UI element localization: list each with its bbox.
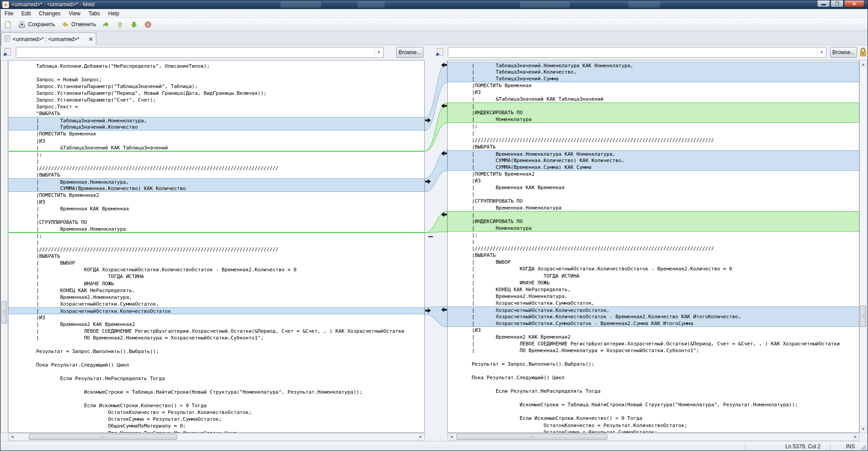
code-line: | Временная2 КАК Временная2 [9,321,424,328]
code-line: ОстатокСумма = Результат.СуммаОстаток; [448,429,859,433]
left-horizontal-scrollbar[interactable]: ◄ ► [8,433,425,441]
save-label: Сохранить [28,21,55,28]
scroll-right-arrow-icon[interactable]: ► [852,433,859,440]
code-line: Таблица.Колонки.Добавить("НеРаспределять… [9,63,424,70]
code-line: | ХозрасчетныйОстатки.СуммаОстаток, [448,300,859,307]
menu-changes[interactable]: Changes [35,9,65,18]
stop-button[interactable] [141,19,155,30]
code-line: | ТОГДА ИСТИНА [9,273,424,280]
code-line: ИскомыеСтроки = Таблица.НайтиСтроки(Новы… [9,389,424,395]
code-line: Пока Результат.Следующий() Цикл [9,362,424,368]
code-line: | [9,158,424,165]
code-line: | Номенклатура [448,225,859,232]
left-browse-button[interactable]: Browse... [396,47,423,58]
code-line: | ХозрасчетныйОстатки.КоличествоОстаток, [448,307,859,313]
tabstrip: <unnamed>* : <unnamed>* ✕ [0,31,868,45]
code-line: | ПО Временная2.Номенклатура = Хозрасчет… [448,347,859,354]
code-line: | ТаблицаЗначений.Количество [9,124,424,130]
scroll-left-arrow-icon[interactable]: ◄ [448,433,455,440]
code-line: | Временная2 КАК Временная2 [448,334,859,340]
right-vertical-scrollbar[interactable]: ▲ ▼ [859,60,867,433]
code-line: Запрос.УстановитьПараметр("Период", Новы… [9,90,424,97]
code-line: |СГРУППИРОВАТЬ ПО [448,198,859,205]
code-line: | ЛЕВОЕ СОЕДИНЕНИЕ РегистрБухгалтерии.Хо… [448,340,859,347]
code-line: |ВЫБРАТЬ [448,144,859,150]
code-line: | СУММА(Временная.Количество) КАК Количе… [9,185,424,192]
code-line: | СУММА(Временная.Сумма) КАК Сумма [448,164,859,171]
code-line [9,355,424,362]
toolbar: Сохранить Отменить [0,18,868,31]
menu-tabs[interactable]: Tabs [84,9,104,18]
new-comparison-button[interactable] [1,19,14,30]
right-save-file-icon[interactable] [435,47,446,58]
code-line: |ИЗ [448,327,859,334]
code-line [9,341,424,348]
next-change-button[interactable] [127,19,141,30]
code-line: | [448,238,859,245]
right-code-pane[interactable]: "ВЫБРАТЬ| ТаблицаЗначений.Номенклатура К… [447,60,859,433]
insert-mode-status: INS [846,443,855,450]
diff-gutter [425,60,447,433]
left-vscroll-thumb[interactable] [1,301,7,324]
code-line: |; [9,232,424,239]
close-button[interactable]: ✕ [844,0,864,7]
code-line: Запрос.УстановитьПараметр("ТаблицаЗначен… [9,83,424,90]
tab-close-icon[interactable]: ✕ [89,36,93,42]
scroll-right-arrow-icon[interactable]: ► [417,433,424,440]
merge-all-button[interactable] [99,19,113,30]
green-curved-arrow-icon [102,21,110,28]
combo-dropdown-arrow-icon: ▼ [374,47,383,57]
code-line: | ПО Временная2.Номенклатура = Хозрасчет… [9,335,424,341]
meld-window: <unnamed>* : <unnamed>* - Meld ▬ ❐ ✕ Fil… [0,0,868,451]
tab-comparison[interactable]: <unnamed>* : <unnamed>* ✕ [1,33,96,45]
code-line: Если ИскомыеСтроки.Количество() > 0 Тогд… [448,415,859,422]
code-line: |ИЗ [9,314,424,321]
right-hscroll-thumb[interactable] [456,434,607,440]
code-line [448,395,859,401]
previous-change-button[interactable] [113,19,127,30]
left-save-file-icon[interactable] [3,47,14,58]
scroll-left-arrow-icon[interactable]: ◄ [9,433,16,440]
code-line: ОстатокСумма = Результат.СуммаОстаток; [9,416,424,423]
up-arrow-icon [116,21,124,28]
minimize-button[interactable]: ▬ [817,0,830,7]
window-resize-grip[interactable] [860,444,867,451]
save-button[interactable]: Сохранить [15,19,58,30]
code-line: | [448,191,859,198]
scroll-down-arrow-icon[interactable]: ▼ [860,425,867,432]
right-horizontal-scrollbar[interactable]: ◄ ► [447,433,859,441]
code-line: | Временная2.Номенклатура, [9,294,424,301]
scroll-up-arrow-icon[interactable]: ▲ [860,60,867,68]
left-code-pane[interactable]: Таблица.Колонки.Добавить("НеРаспределять… [8,60,425,433]
code-line: Запрос.УстановитьПараметр("Счет", Счет); [9,97,424,103]
lock-icon [859,46,867,58]
menu-edit[interactable]: Edit [17,9,35,18]
code-line: |ИЗ [448,177,859,184]
menu-file[interactable]: File [0,9,17,18]
insert-marker-line [9,232,424,233]
right-file-combobox[interactable]: ▼ [448,47,826,58]
code-line: | [448,130,859,137]
code-line: | КОГДА ХозрасчетныйОстатки.КоличествоОс… [448,265,859,272]
left-hscroll-thumb[interactable] [29,434,177,440]
statusbar: Ln 5379, Col 2 INS [0,441,868,451]
code-line: |ПОМЕСТИТЬ Временная [9,130,424,137]
left-vertical-scrollbar[interactable] [0,60,8,433]
maximize-button[interactable]: ❐ [830,0,844,7]
right-vscroll-thumb[interactable] [860,306,866,327]
code-line: Запрос.Текст = [9,103,424,110]
menu-help[interactable]: Help [104,9,123,18]
code-line: | &ТаблицаЗначений КАК ТаблицаЗначений [9,144,424,151]
code-line: ИскомыеСтроки = Таблица.НайтиСтроки(Новы… [448,401,859,408]
titlebar[interactable]: <unnamed>* : <unnamed>* - Meld ▬ ❐ ✕ [0,0,868,9]
undo-button[interactable]: Отменить [59,19,99,30]
code-line: |ВЫБРАТЬ [9,172,424,178]
code-line [448,367,859,374]
meld-app-icon [2,1,9,8]
right-browse-button[interactable]: Browse... [830,47,857,58]
code-line: | ТаблицаЗначений.Количество, [448,69,859,75]
left-file-combobox[interactable]: ▼ [16,47,384,58]
code-line: |///////////////////////////////////////… [448,245,859,252]
menu-view[interactable]: View [65,9,84,18]
code-line: | ВЫБОР [448,259,859,265]
